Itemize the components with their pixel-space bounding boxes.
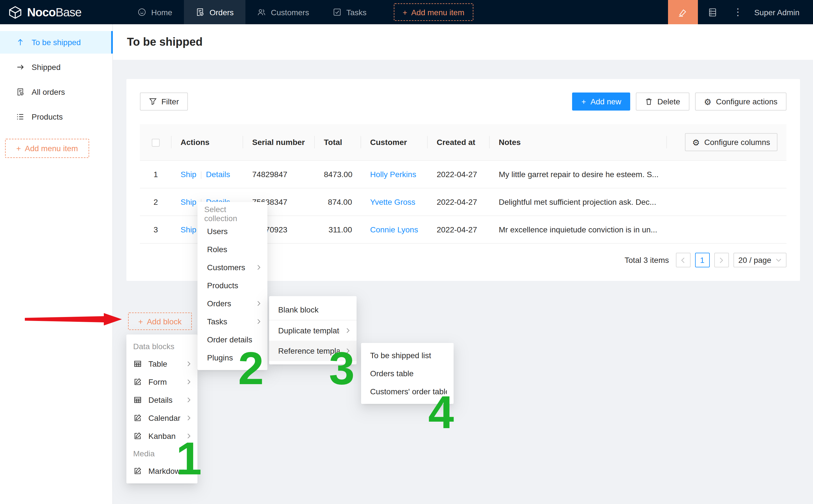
add-block-button[interactable]: + Add block [128,312,192,330]
delete-button[interactable]: Delete [636,93,689,111]
configure-columns-button[interactable]: ⚙ Configure columns [685,133,777,151]
nocobase-logo[interactable]: NocoBase [0,0,126,24]
configure-actions-button[interactable]: ⚙ Configure actions [695,93,786,111]
nav-item-orders[interactable]: Orders [184,0,246,24]
sidebar-item-label: Shipped [32,63,61,72]
menu-item-label: Roles [207,245,227,254]
nocobase-app: NocoBase Home [0,0,813,504]
top-navbar: NocoBase Home [0,0,813,24]
filter-button[interactable]: Filter [140,93,188,111]
collection-item-customers[interactable]: Customers [197,258,267,276]
add-new-label: Add new [590,97,621,106]
menu-item-label: Calendar [148,413,181,422]
menu-item-customers-order-table[interactable]: Customers' order table [361,382,454,400]
menu-item-label: Blank block [278,305,318,314]
row-index: 1 [140,160,172,188]
calendar-block-icon [134,414,142,422]
nav-item-tasks[interactable]: Tasks [321,0,379,24]
menu-item-table[interactable]: Table [126,355,197,373]
customer-cell: Holly Perkins [361,160,428,188]
collection-item-products[interactable]: Products [197,276,267,294]
select-collection-menu: Select collection Users Roles Customers … [197,202,267,370]
menu-item-label: To be shipped list [370,351,431,360]
home-smiley-icon [138,8,146,16]
sidebar-item-all-orders[interactable]: All orders [0,81,112,103]
menu-item-kanban[interactable]: Kanban [126,427,197,445]
nav-item-customers[interactable]: Customers [245,0,321,24]
page-size-select[interactable]: 20 / page [733,253,786,267]
filter-label: Filter [161,97,179,106]
notes-cell: Mr excellence inquietude conviction is i… [490,216,667,243]
customer-link[interactable]: Yvette Gross [370,197,415,206]
row-actions: ShipDetails [172,160,243,188]
menu-group-header: Data blocks [126,338,197,355]
collection-item-order-details[interactable]: Order details [197,331,267,349]
row-index: 2 [140,188,172,216]
collection-item-roles[interactable]: Roles [197,240,267,258]
customer-link[interactable]: Connie Lyons [370,225,418,234]
add-block-menu: Data blocks Table Form Details Calendar … [126,334,197,483]
menu-item-duplicate-template[interactable]: Duplicate template [269,320,357,341]
menu-item-label: Table [148,359,167,368]
collection-item-orders[interactable]: Orders [197,294,267,312]
configure-columns-label: Configure columns [704,138,770,147]
collections-database-button[interactable] [698,0,727,24]
gear-icon: ⚙ [692,138,700,146]
plus-icon: + [138,317,143,326]
customer-link[interactable]: Holly Perkins [370,170,416,179]
sidebar-item-to-be-shipped[interactable]: To be shipped [0,31,112,54]
ship-link[interactable]: Ship [181,225,196,234]
sidebar-item-products[interactable]: Products [0,105,112,128]
menu-item-label: Customers [207,263,245,272]
form-block-icon [134,378,142,386]
plus-icon: + [581,97,586,106]
menu-item-reference-template[interactable]: Reference template [269,341,357,361]
ship-link[interactable]: Ship [181,197,196,206]
customer-cell: Yvette Gross [361,188,428,216]
sidebar-item-shipped[interactable]: Shipped [0,56,112,78]
menu-item-markdown[interactable]: Markdown [126,462,197,480]
user-label: Super Admin [754,8,799,17]
created-at-cell: 2022-04-27 [428,188,490,216]
table-header-row: Actions Serial number Total Customer Cre… [140,124,786,160]
collection-item-plugins[interactable]: Plugins [197,349,267,367]
menu-item-details[interactable]: Details [126,391,197,409]
block-type-menu: Blank block Duplicate template Reference… [269,296,357,364]
details-link[interactable]: Details [206,170,230,179]
chevron-right-icon [346,328,350,333]
serial-cell: 74829847 [243,160,315,188]
markdown-block-icon [134,467,142,475]
pagination-next-button[interactable] [714,253,729,267]
select-all-checkbox[interactable] [152,139,160,147]
add-new-button[interactable]: + Add new [572,93,630,111]
collection-item-users[interactable]: Users [197,222,267,240]
column-header-total: Total [315,124,361,160]
menu-item-orders-table[interactable]: Orders table [361,364,454,382]
sidebar-add-menu-item-button[interactable]: + Add menu item [5,139,89,158]
menu-item-to-be-shipped-list[interactable]: To be shipped list [361,346,454,364]
reference-template-menu: To be shipped list Orders table Customer… [361,343,454,404]
menu-item-blank-block[interactable]: Blank block [269,300,357,320]
chevron-right-icon [187,379,191,385]
menu-item-form[interactable]: Form [126,373,197,391]
ui-editor-toggle-button[interactable] [668,0,698,24]
column-header-actions: Actions [172,124,243,160]
toolbar-right-group: + Add new Delete [572,93,786,111]
nav-item-home[interactable]: Home [126,0,184,24]
pagination-prev-button[interactable] [676,253,690,267]
nav-add-menu-item-button[interactable]: + Add menu item [394,3,473,21]
kanban-block-icon [134,432,142,440]
menu-item-label: Duplicate template [278,326,340,335]
pagination-page-1[interactable]: 1 [695,253,709,267]
collection-item-tasks[interactable]: Tasks [197,312,267,331]
sidebar-item-label: All orders [32,87,65,96]
chevron-right-icon [346,348,350,354]
user-menu-super-admin[interactable]: Super Admin [749,0,813,24]
chevron-right-icon [187,397,191,403]
menu-item-calendar[interactable]: Calendar [126,409,197,427]
created-at-cell: 2022-04-27 [428,160,490,188]
select-collection-header: Select collection [197,205,267,222]
file-done-icon [196,8,205,16]
ship-link[interactable]: Ship [181,170,196,179]
more-actions-ellipsis-button[interactable]: ⋮ [727,0,749,24]
